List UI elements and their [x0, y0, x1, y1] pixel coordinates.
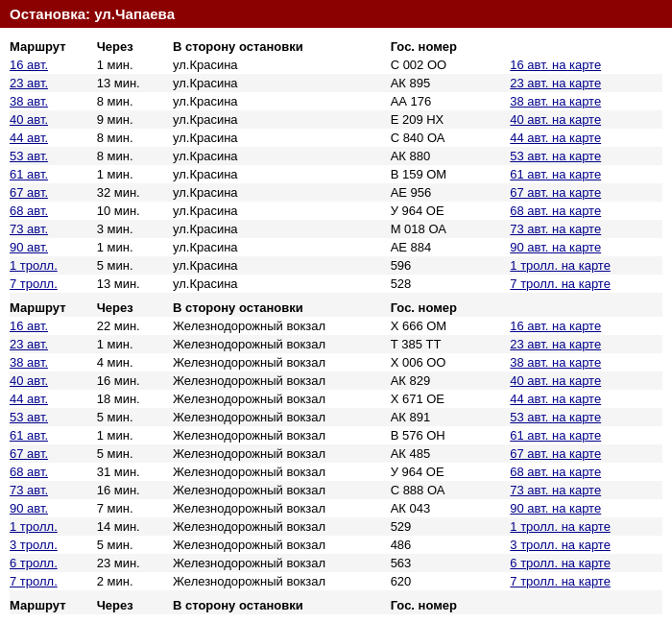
plate-cell: У 964 ОЕ: [391, 202, 511, 220]
via-cell: 13 мин.: [97, 74, 173, 92]
map-link[interactable]: 61 авт. на карте: [510, 167, 601, 181]
route-link[interactable]: 38 авт.: [10, 355, 48, 370]
route-link[interactable]: 7 тролл.: [10, 574, 58, 588]
route-link[interactable]: 61 авт.: [10, 428, 48, 443]
map-link[interactable]: 67 авт. на карте: [510, 446, 601, 461]
via-cell: 3 мин.: [97, 220, 173, 238]
route-link[interactable]: 3 тролл.: [10, 538, 58, 552]
map-link[interactable]: 68 авт. на карте: [510, 204, 601, 218]
route-link[interactable]: 40 авт.: [10, 112, 48, 127]
via-cell: 16 мин.: [97, 371, 173, 390]
map-link[interactable]: 23 авт. на карте: [510, 76, 601, 90]
map-link[interactable]: 90 авт. на карте: [510, 240, 601, 254]
content-area: Маршрут Через В сторону остановки Гос. н…: [0, 28, 672, 623]
via-cell: 32 мин.: [97, 183, 173, 202]
via-cell: 5 мин.: [97, 536, 173, 554]
map-link[interactable]: 90 авт. на карте: [510, 501, 601, 515]
page-title: Остановка: ул.Чапаева: [10, 6, 175, 22]
map-link[interactable]: 53 авт. на карте: [510, 149, 601, 163]
route-link[interactable]: 16 авт.: [10, 319, 48, 333]
route-link[interactable]: 61 авт.: [10, 167, 48, 181]
dir-cell: Железнодорожный вокзал: [173, 371, 391, 390]
map-link[interactable]: 44 авт. на карте: [510, 392, 601, 406]
dir-cell: ул.Красина: [173, 110, 391, 129]
dir-cell: ул.Красина: [173, 202, 391, 220]
map-link[interactable]: 73 авт. на карте: [510, 483, 601, 497]
map-link[interactable]: 16 авт. на карте: [510, 319, 601, 333]
table-row: 3 тролл. 5 мин. Железнодорожный вокзал 4…: [10, 536, 662, 554]
route-link[interactable]: 23 авт.: [10, 76, 48, 90]
via-cell: 1 мин.: [97, 335, 173, 353]
dir-cell: ул.Красина: [173, 165, 391, 183]
route-link[interactable]: 73 авт.: [10, 483, 48, 497]
col-header-direction: В сторону остановки: [173, 36, 391, 56]
route-link[interactable]: 53 авт.: [10, 410, 48, 424]
dir-cell: ул.Красина: [173, 256, 391, 275]
table-row: 68 авт. 31 мин. Железнодорожный вокзал У…: [10, 463, 662, 481]
route-link[interactable]: 67 авт.: [10, 446, 48, 461]
map-link[interactable]: 7 тролл. на карте: [510, 276, 611, 291]
route-link[interactable]: 23 авт.: [10, 337, 48, 351]
map-link[interactable]: 1 тролл. на карте: [510, 258, 611, 273]
route-link[interactable]: 53 авт.: [10, 149, 48, 163]
route-link[interactable]: 1 тролл.: [10, 519, 58, 534]
table-row: 40 авт. 16 мин. Железнодорожный вокзал А…: [10, 371, 662, 390]
map-link[interactable]: 53 авт. на карте: [510, 410, 601, 424]
map-link[interactable]: 44 авт. на карте: [510, 131, 601, 145]
map-link[interactable]: 67 авт. на карте: [510, 185, 601, 200]
sec-header-via: Через: [97, 293, 173, 317]
route-link[interactable]: 38 авт.: [10, 94, 48, 108]
dir-cell: Железнодорожный вокзал: [173, 463, 391, 481]
route-link[interactable]: 40 авт.: [10, 373, 48, 388]
map-link[interactable]: 40 авт. на карте: [510, 373, 601, 388]
map-link[interactable]: 23 авт. на карте: [510, 337, 601, 351]
route-link[interactable]: 68 авт.: [10, 465, 48, 479]
map-link[interactable]: 73 авт. на карте: [510, 222, 601, 236]
table-row: 67 авт. 5 мин. Железнодорожный вокзал АК…: [10, 444, 662, 463]
plate-cell: Х 006 ОО: [391, 353, 511, 371]
route-link[interactable]: 44 авт.: [10, 131, 48, 145]
dir-cell: Железнодорожный вокзал: [173, 408, 391, 426]
page-container: Остановка: ул.Чапаева Маршрут Через В ст…: [0, 0, 672, 623]
map-link[interactable]: 7 тролл. на карте: [510, 574, 611, 588]
route-link[interactable]: 7 тролл.: [10, 276, 58, 291]
dir-cell: Железнодорожный вокзал: [173, 317, 391, 335]
dir-cell: Железнодорожный вокзал: [173, 335, 391, 353]
via-cell: 4 мин.: [97, 353, 173, 371]
bot-header-plate: Гос. номер: [391, 590, 511, 614]
route-link[interactable]: 90 авт.: [10, 240, 48, 254]
map-link[interactable]: 3 тролл. на карте: [510, 538, 611, 552]
route-link[interactable]: 44 авт.: [10, 392, 48, 406]
route-link[interactable]: 90 авт.: [10, 501, 48, 515]
map-link[interactable]: 40 авт. на карте: [510, 112, 601, 127]
route-link[interactable]: 16 авт.: [10, 58, 48, 72]
route-link[interactable]: 67 авт.: [10, 185, 48, 200]
map-link[interactable]: 16 авт. на карте: [510, 58, 601, 72]
dir-cell: ул.Красина: [173, 183, 391, 202]
via-cell: 1 мин.: [97, 238, 173, 256]
col-header-route: Маршрут: [10, 36, 97, 56]
plate-cell: Х 666 ОМ: [391, 317, 511, 335]
map-link[interactable]: 38 авт. на карте: [510, 94, 601, 108]
map-link[interactable]: 38 авт. на карте: [510, 355, 601, 370]
map-link[interactable]: 68 авт. на карте: [510, 465, 601, 479]
dir-cell: ул.Красина: [173, 74, 391, 92]
map-link[interactable]: 61 авт. на карте: [510, 428, 601, 443]
via-cell: 1 мин.: [97, 165, 173, 183]
plate-cell: АЕ 956: [391, 183, 511, 202]
via-cell: 8 мин.: [97, 92, 173, 110]
dir-cell: Железнодорожный вокзал: [173, 536, 391, 554]
dir-cell: Железнодорожный вокзал: [173, 390, 391, 408]
plate-cell: С 840 ОА: [391, 129, 511, 147]
route-link[interactable]: 1 тролл.: [10, 258, 58, 273]
table-row: 1 тролл. 5 мин. ул.Красина 596 1 тролл. …: [10, 256, 662, 275]
route-link[interactable]: 73 авт.: [10, 222, 48, 236]
plate-cell: АК 895: [391, 74, 511, 92]
col-header-map: [510, 36, 662, 56]
route-link[interactable]: 68 авт.: [10, 204, 48, 218]
col-header-via: Через: [97, 36, 173, 56]
route-link[interactable]: 6 тролл.: [10, 556, 58, 570]
sec-header-dir: В сторону остановки: [173, 293, 391, 317]
map-link[interactable]: 1 тролл. на карте: [510, 519, 611, 534]
map-link[interactable]: 6 тролл. на карте: [510, 556, 611, 570]
